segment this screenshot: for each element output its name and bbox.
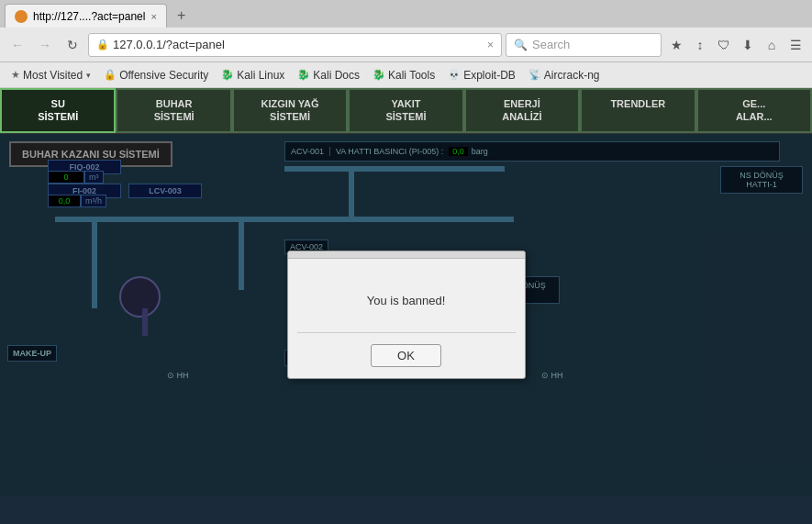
bookmark-kali-linux[interactable]: 🐉 Kali Linux [216, 67, 290, 84]
search-icon: 🔍 [514, 39, 528, 51]
tab-favicon [15, 10, 28, 23]
tab-enerji-analizi[interactable]: ENERJİANALİZİ [464, 88, 580, 133]
system-tabs: SUSİSTEMİ BUHARSİSTEMİ KIZGIN YAĞSİSTEMİ… [0, 88, 812, 134]
bookmark-label-4: Kali Docs [313, 69, 360, 82]
nav-bar: ← → ↻ 🔒 127.0.0.1/?act=panel × 🔍 Search … [0, 28, 812, 62]
aircrack-icon: 📡 [528, 69, 541, 81]
home-button[interactable]: ⌂ [761, 34, 783, 56]
bookmark-label: Most Visited [23, 69, 83, 82]
bookmark-kali-docs[interactable]: 🐉 Kali Docs [292, 67, 365, 84]
bookmark-kali-tools[interactable]: 🐉 Kali Tools [367, 67, 440, 84]
nav-icons: ★ ↕ 🛡 ⬇ ⌂ ☰ [665, 34, 806, 56]
tab-yakit-sistemi[interactable]: YAKITSİSTEMİ [348, 88, 463, 133]
download-button[interactable]: ⬇ [737, 34, 759, 56]
tab-trendler[interactable]: TRENDLER [580, 88, 695, 133]
offensive-security-icon: 🔒 [104, 69, 117, 81]
bookmark-label-3: Kali Linux [237, 69, 284, 82]
exploit-db-icon: 💀 [448, 69, 461, 81]
reload-button[interactable]: ↻ [61, 33, 84, 57]
bookmarks-bar: ★ Most Visited ▾ 🔒 Offensive Security 🐉 … [0, 62, 812, 88]
address-text: 127.0.0.1/?act=panel [113, 38, 225, 51]
bookmark-label-6: Exploit-DB [463, 69, 516, 82]
most-visited-icon: ★ [11, 69, 20, 81]
search-placeholder: Search [532, 38, 570, 51]
tab-close-button[interactable]: × [150, 11, 156, 22]
forward-button[interactable]: → [33, 33, 57, 57]
dialog-footer: OK [288, 333, 525, 378]
tab-kizgin-yag[interactable]: KIZGIN YAĞSİSTEMİ [232, 88, 348, 133]
kali-docs-icon: 🐉 [297, 69, 310, 81]
back-button[interactable]: ← [6, 33, 29, 57]
lock-icon: 🔒 [96, 39, 109, 50]
browser-chrome: http://127....?act=panel × + ← → ↻ 🔒 127… [0, 0, 812, 88]
kali-linux-icon: 🐉 [221, 69, 234, 81]
new-tab-button[interactable]: + [170, 4, 193, 28]
dialog-body: You is banned! [288, 259, 525, 332]
tab-buhar-sistemi[interactable]: BUHARSİSTEMİ [116, 88, 231, 133]
dialog-ok-button[interactable]: OK [371, 344, 441, 367]
search-bar[interactable]: 🔍 Search [506, 33, 662, 57]
scada-area: BUHAR KAZANI SU SİSTEMİ ACV-001 VA HATTI… [0, 134, 812, 496]
bookmark-label-5: Kali Tools [388, 69, 435, 82]
bookmark-aircrack[interactable]: 📡 Aircrack-ng [523, 67, 606, 84]
bookmark-exploit-db[interactable]: 💀 Exploit-DB [442, 67, 521, 84]
sync-button[interactable]: ↕ [689, 34, 711, 56]
bookmark-label-2: Offensive Security [119, 69, 208, 82]
address-bar[interactable]: 🔒 127.0.0.1/?act=panel × [88, 33, 502, 57]
shield-button[interactable]: 🛡 [713, 34, 735, 56]
bookmarks-star-button[interactable]: ★ [665, 34, 687, 56]
tab-genel[interactable]: GE...ALAR... [696, 88, 812, 133]
dialog-overlay: You is banned! OK [0, 134, 812, 496]
tab-title: http://127....?act=panel [33, 10, 145, 23]
menu-button[interactable]: ☰ [784, 34, 806, 56]
tab-su-sistemi[interactable]: SUSİSTEMİ [0, 88, 116, 133]
dialog-header [288, 251, 525, 259]
address-clear-button[interactable]: × [487, 39, 494, 51]
main-content: SUSİSTEMİ BUHARSİSTEMİ KIZGIN YAĞSİSTEMİ… [0, 88, 812, 524]
kali-tools-icon: 🐉 [373, 69, 385, 81]
dialog-message: You is banned! [367, 294, 446, 307]
bookmark-offensive-security[interactable]: 🔒 Offensive Security [98, 67, 214, 84]
dialog-box: You is banned! OK [287, 251, 526, 379]
most-visited-arrow: ▾ [86, 71, 91, 80]
active-tab[interactable]: http://127....?act=panel × [5, 4, 167, 28]
tab-bar: http://127....?act=panel × + [0, 0, 812, 28]
bookmark-most-visited[interactable]: ★ Most Visited ▾ [6, 67, 96, 84]
bookmark-label-7: Aircrack-ng [544, 69, 600, 82]
